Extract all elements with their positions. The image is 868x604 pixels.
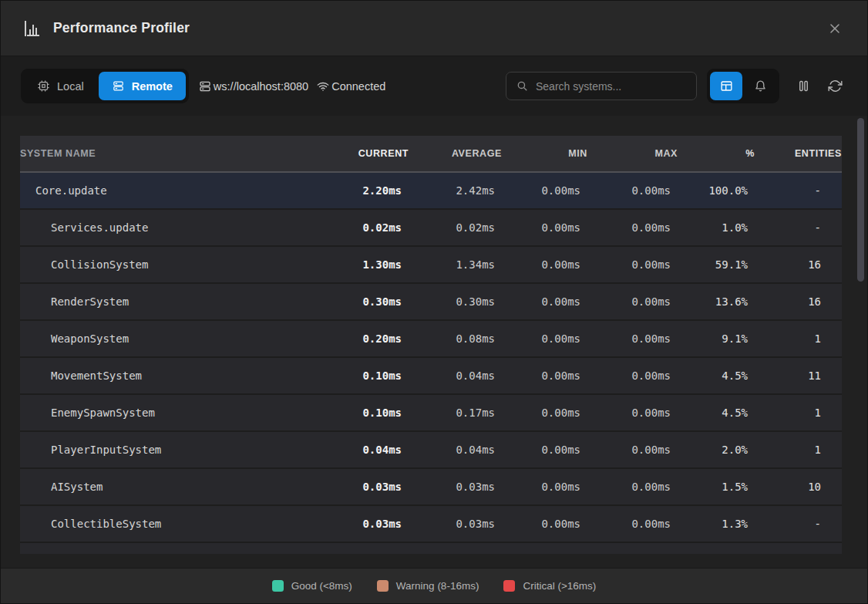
cell-current: 0.10ms xyxy=(331,369,409,382)
table-row[interactable]: PlayerInputSystem 0.04ms 0.04ms 0.00ms 0… xyxy=(20,432,842,469)
cell-current: 2.20ms xyxy=(331,184,409,197)
cell-average: 1.34ms xyxy=(409,258,502,271)
table-row[interactable]: Services.update 0.02ms 0.02ms 0.00ms 0.0… xyxy=(20,210,842,247)
cell-average: 0.04ms xyxy=(409,369,502,382)
legend-item-warning: Warning (8-16ms) xyxy=(377,580,479,592)
pause-button[interactable] xyxy=(796,79,811,93)
column-header-average[interactable]: AVERAGE xyxy=(409,148,502,159)
cell-entities: - xyxy=(755,184,842,197)
cell-system-name: MovementSystem xyxy=(20,369,331,382)
cell-entities: 16 xyxy=(755,258,842,271)
column-header-percent[interactable]: % xyxy=(678,148,755,159)
titlebar: Performance Profiler xyxy=(1,1,867,56)
table-row[interactable]: MovementSystem 0.10ms 0.04ms 0.00ms 0.00… xyxy=(20,358,842,395)
view-segmented-control xyxy=(707,69,779,103)
legend-item-good: Good (<8ms) xyxy=(272,580,352,592)
cell-max: 0.00ms xyxy=(587,332,678,345)
remote-mode-label: Remote xyxy=(132,80,173,93)
cell-min: 0.00ms xyxy=(502,369,587,382)
table-row[interactable]: CollectibleSystem 0.03ms 0.03ms 0.00ms 0… xyxy=(20,506,842,543)
table-row[interactable]: Core.update 2.20ms 2.42ms 0.00ms 0.00ms … xyxy=(20,173,842,210)
cell-min: 0.00ms xyxy=(502,258,587,271)
column-header-max[interactable]: MAX xyxy=(587,148,678,159)
connection-status-text: Connected xyxy=(331,80,385,93)
cell-current: 1.30ms xyxy=(331,258,409,271)
cell-percent: 9.1% xyxy=(678,332,755,345)
cell-max: 0.00ms xyxy=(587,258,678,271)
cell-current: 0.02ms xyxy=(331,221,409,234)
server-stack-icon xyxy=(198,79,212,93)
cell-max: 0.00ms xyxy=(587,444,678,456)
cell-min: 0.00ms xyxy=(502,221,587,234)
remote-mode-button[interactable]: Remote xyxy=(99,72,186,100)
systems-table: SYSTEM NAME CURRENT AVERAGE MIN MAX % EN… xyxy=(20,136,842,554)
alerts-button[interactable] xyxy=(744,72,776,100)
cell-max: 0.00ms xyxy=(587,369,678,382)
refresh-button[interactable] xyxy=(828,79,843,93)
close-icon xyxy=(827,21,843,36)
cell-entities: 11 xyxy=(755,369,842,382)
close-button[interactable] xyxy=(824,18,846,39)
cell-max: 0.00ms xyxy=(587,184,678,197)
cell-system-name: Core.update xyxy=(20,184,331,197)
cell-current: 0.30ms xyxy=(331,295,409,308)
alerts-bell-icon xyxy=(753,79,768,93)
cell-average: 0.03ms xyxy=(409,481,502,493)
systems-table-area: SYSTEM NAME CURRENT AVERAGE MIN MAX % EN… xyxy=(1,116,867,568)
connection-info: ws://localhost:8080 Connected xyxy=(198,79,385,93)
column-header-current[interactable]: CURRENT xyxy=(331,148,409,159)
table-row[interactable]: EnemySpawnSystem 0.10ms 0.17ms 0.00ms 0.… xyxy=(20,395,842,432)
table-row[interactable]: CollisionSystem 1.30ms 1.34ms 0.00ms 0.0… xyxy=(20,247,842,284)
table-row[interactable]: RenderSystem 0.30ms 0.30ms 0.00ms 0.00ms… xyxy=(20,284,842,321)
cell-percent: 4.5% xyxy=(678,407,755,419)
warning-label: Warning (8-16ms) xyxy=(396,580,479,592)
cell-min: 0.00ms xyxy=(502,295,587,308)
cell-current: 0.03ms xyxy=(331,481,409,493)
cell-percent: 1.0% xyxy=(678,221,755,234)
table-row-partial xyxy=(20,543,842,554)
cell-entities: 1 xyxy=(755,407,842,419)
cell-average: 0.30ms xyxy=(409,295,502,308)
performance-profiler-window: Performance Profiler Local xyxy=(0,0,868,604)
page-title: Performance Profiler xyxy=(53,20,190,36)
cell-entities: 1 xyxy=(755,332,842,345)
cell-percent: 1.5% xyxy=(678,481,755,493)
search-icon xyxy=(516,79,529,93)
column-header-system-name[interactable]: SYSTEM NAME xyxy=(20,148,331,159)
local-mode-label: Local xyxy=(57,80,84,93)
cell-system-name: PlayerInputSystem xyxy=(20,444,331,456)
table-view-button[interactable] xyxy=(710,72,742,100)
good-label: Good (<8ms) xyxy=(291,580,352,592)
cell-average: 2.42ms xyxy=(409,184,502,197)
table-row[interactable]: AISystem 0.03ms 0.03ms 0.00ms 0.00ms 1.5… xyxy=(20,469,842,506)
cell-entities: 10 xyxy=(755,481,842,493)
local-mode-button[interactable]: Local xyxy=(24,72,97,100)
cell-system-name: AISystem xyxy=(20,481,331,493)
table-header: SYSTEM NAME CURRENT AVERAGE MIN MAX % EN… xyxy=(20,136,842,173)
cell-system-name: CollisionSystem xyxy=(20,258,331,271)
column-header-min[interactable]: MIN xyxy=(502,148,587,159)
cell-percent: 1.3% xyxy=(678,518,755,530)
table-body: Core.update 2.20ms 2.42ms 0.00ms 0.00ms … xyxy=(20,173,842,543)
column-header-entities[interactable]: ENTITIES xyxy=(755,148,842,159)
cell-average: 0.03ms xyxy=(409,518,502,530)
table-view-icon xyxy=(719,79,734,93)
cell-average: 0.17ms xyxy=(409,407,502,419)
critical-swatch xyxy=(503,580,515,592)
cpu-chip-icon xyxy=(37,79,50,93)
table-row[interactable]: WeaponSystem 0.20ms 0.08ms 0.00ms 0.00ms… xyxy=(20,321,842,358)
mode-segmented-control: Local Remote xyxy=(21,69,189,103)
cell-percent: 100.0% xyxy=(678,184,755,197)
search-input[interactable] xyxy=(536,80,687,93)
bar-chart-icon xyxy=(22,19,41,38)
cell-current: 0.10ms xyxy=(331,407,409,419)
scrollbar-thumb[interactable] xyxy=(857,118,864,282)
search-box xyxy=(506,72,697,100)
cell-percent: 13.6% xyxy=(678,295,755,308)
cell-min: 0.00ms xyxy=(502,444,587,456)
wifi-icon xyxy=(316,79,330,93)
websocket-url: ws://localhost:8080 xyxy=(198,79,308,93)
legend: Good (<8ms) Warning (8-16ms) Critical (>… xyxy=(1,568,867,603)
cell-percent: 4.5% xyxy=(678,369,755,382)
cell-entities: 16 xyxy=(755,295,842,308)
